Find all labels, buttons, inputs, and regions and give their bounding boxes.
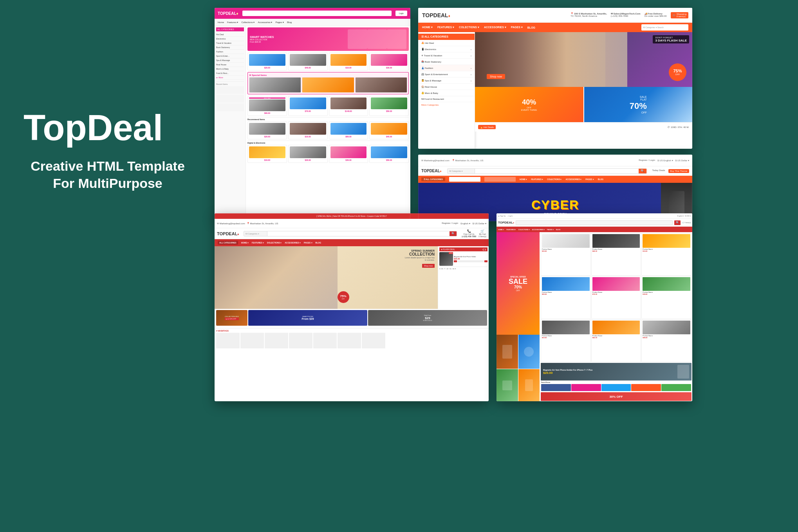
pink-product-6: $79.00 (288, 96, 328, 116)
screenshot-red-theme: [ SPECIAL DEAL ] Sale Off 75% All iPhone… (215, 213, 489, 401)
br-logo: TOPDEAL♦ (498, 221, 514, 224)
mr-header: ✉ Marketing@topdeal.com 📍 Manhattan St, … (418, 155, 692, 166)
bl-main-area: SPRING SUMMER COLLECTION Lorem bladet ip… (215, 246, 489, 396)
or-timer: ⏱ 109D: 07H: 46 M: (668, 126, 689, 128)
or-info-blocks: 📍 190 S Manhattan St, Amarillo, TX 79104… (571, 12, 688, 18)
br-logo-bar: TOPDEAL♦ 🔍 🛒 0 item(s) (496, 219, 692, 227)
or-header: TOPDEAL♦ 📍 190 S Manhattan St, Amarillo,… (418, 8, 692, 23)
brand-title: TopDeal (23, 110, 192, 146)
pink-nav: Home Features ▾ Collections ▾ Accessorie… (215, 19, 410, 26)
pink-product-2: $49.00 (288, 52, 328, 70)
br-product-6: Product Name $39.00 (641, 276, 691, 319)
pink-sidebar: ALL CATEGORIES Hot Deal Electronics Trav… (215, 26, 246, 219)
or-search: All Categories ▾ Search (641, 24, 688, 31)
br-product-9: Product Name $89.00 (641, 319, 691, 362)
br-sale-banner: SPECIAL OFFER SALE 70% OFF (496, 232, 540, 335)
pink-logo: TOPDEAL♦ (218, 11, 238, 16)
bl-coll-1: COLLECTION 2016 up to 50% OFF (216, 310, 247, 326)
bl-top-bar: [ SPECIAL DEAL ] Sale Off 75% All iPhone… (215, 213, 489, 219)
or-flash-badge: DON'T FORGET 3 DAYS FLASH SALE (653, 35, 689, 43)
bl-nav: ALL CATEGORIES HOME ▾ FEATURES ▾ DOLECTI… (215, 239, 489, 246)
bl-body: SPRING SUMMER COLLECTION Lorem bladet ip… (215, 246, 489, 396)
br-product-7: Product Name $59.00 (541, 319, 591, 362)
screenshots-container: TOPDEAL♦ Login Home Features ▾ Collectio… (215, 0, 798, 532)
mr-logo: TOPDEAL♦ (421, 169, 442, 173)
br-social-section: Social Items (540, 381, 692, 392)
pink-search-bar (242, 11, 392, 16)
bl-flash-timer: ⏱ 20 : T : 42 : 55 : 64 S (439, 268, 487, 270)
screenshot-compact-theme: ▲ Sign Up ↓ Log In English ▾ $ USD ▾ TOP… (496, 213, 692, 401)
pink-products-row4: $19.00 $29.00 $39.00 $59.00 (247, 145, 409, 163)
pink-body: ALL CATEGORIES Hot Deal Electronics Trav… (215, 26, 410, 219)
or-banner-70off: SALE FLAT 70% OFF (584, 87, 693, 122)
screenshot-cyber-theme: ✉ Marketing@topdeal.com 📍 Manhattan St, … (418, 155, 692, 221)
pink-products-row2: 45% OFF $99.00 $79.00 $149.00 $59. (247, 96, 409, 116)
pink-product-7: $149.00 (329, 96, 368, 116)
or-banner-40off: 40% OFF EVERY THING (475, 87, 583, 122)
br-strap-banner: Magnetic Air Vent Phone Holder For iPhon… (541, 363, 691, 381)
buy-theme-btn[interactable]: Buy This Theme (668, 169, 689, 173)
br-small-banners (496, 335, 540, 401)
digital-label: Digital & Electronic (247, 141, 409, 144)
or-more-categories: More Categories (418, 102, 475, 108)
or-banners-row: 40% OFF EVERY THING SALE FLAT 70% OFF (475, 87, 692, 122)
br-product-1: Product Name $29.00 (541, 233, 591, 276)
pink-product-3: $19.00 (329, 52, 368, 70)
br-body: SPECIAL OFFER SALE 70% OFF (496, 232, 692, 401)
bl-coll-row: COLLECTION 2016 up to 50% OFF SMARTPHONE… (216, 310, 487, 326)
br-social-title: Social Items (541, 381, 691, 383)
br-nav: HOME ▾ FEATURES ▾ COLECTIONS ▾ ACCESSORI… (496, 227, 692, 232)
bl-coll-women: Only From $29 WOMEN DRESS (368, 310, 487, 326)
or-body: ☰ ALL CATEGORIES 🔥 Hot Deal 📱 Electronic… (418, 32, 692, 149)
bl-hashtags: # HASHTAGS (215, 328, 489, 350)
bl-hashtag-title: # HASHTAGS (216, 330, 487, 332)
or-shop-btn: Shop now (487, 74, 505, 79)
br-product-5: Product Name $79.00 (591, 276, 641, 319)
bl-logo-bar: TOPDEAL♦ All Categories ▾ 🔍 📞 Free Call … (215, 228, 489, 239)
br-social-grid (541, 384, 691, 391)
or-sale-circle: 75% OFF (669, 63, 686, 81)
bl-hero-flash-row: SPRING SUMMER COLLECTION Lorem bladet ip… (215, 246, 489, 309)
left-panel: TopDeal Creative HTML Template For Multi… (23, 110, 192, 192)
pink-product-8: $59.00 (369, 96, 409, 116)
or-hot-badge: 🔥 Hot Deals (478, 125, 496, 129)
or-main-content: DON'T FORGET 3 DAYS FLASH SALE Shop now … (475, 32, 692, 149)
screenshot-orange-theme: TOPDEAL♦ 📍 190 S Manhattan St, Amarillo,… (418, 8, 692, 149)
pink-hero-banner: SMART WATCHES MEN COLLECTION From $29.00 (247, 27, 409, 51)
br-product-8: Product Name $45.00 (591, 319, 641, 362)
cyber-text: CYBER (531, 198, 579, 212)
or-hero: DON'T FORGET 3 DAYS FLASH SALE Shop now … (475, 32, 692, 87)
screenshot-pink-theme: TOPDEAL♦ Login Home Features ▾ Collectio… (215, 8, 410, 219)
br-product-4: Product Name $99.00 (541, 276, 591, 319)
pink-products-row3: $29.00 $19.00 $89.00 $45.00 (247, 121, 409, 139)
br-product-2: Product Name $49.00 (591, 233, 641, 276)
pink-product-4: $39.00 (369, 52, 409, 70)
or-dropdown-menu: ☰ ALL CATEGORIES 🔥 Hot Deal 📱 Electronic… (418, 32, 475, 149)
br-product-3: Product Name $19.00 (641, 233, 691, 276)
or-logo: TOPDEAL♦ (422, 12, 450, 18)
bl-hero-pct: 75% OFF (338, 291, 349, 303)
pink-main-content: SMART WATCHES MEN COLLECTION From $29.00… (246, 26, 410, 219)
brand-subtitle: Creative HTML Template For MultiPurpose (23, 157, 192, 192)
br-left-col: SPECIAL OFFER SALE 70% OFF (496, 232, 540, 401)
br-info-bar: ▲ Sign Up ↓ Log In English ▾ $ USD ▾ (496, 213, 692, 219)
mr-nav: ☰ ALL CATEGORIES HOME ▾ FEATURES ▾ COLEC… (418, 176, 692, 183)
pink-product-1: $29.00 (247, 52, 287, 70)
cyber-sub: COMING SOON (531, 212, 579, 216)
or-nav: HOME ▾ FEATURES ▾ COLECTIONS ▾ ACCESSORI… (418, 23, 692, 32)
bl-hero: SPRING SUMMER COLLECTION Lorem bladet ip… (215, 246, 438, 309)
mr-logo-bar: TOPDEAL♦ All Categories ▾ 🔍 Today Deals … (418, 166, 692, 176)
bl-collections: COLLECTION 2016 up to 50% OFF SMARTPHONE… (215, 309, 489, 328)
pink-product-5: 45% OFF $99.00 (247, 96, 287, 116)
bl-hashtag-items (216, 333, 487, 348)
pink-header: TOPDEAL♦ Login (215, 8, 410, 19)
bl-flash-header: ★ FLASH DEAL ❮ ❯ (439, 247, 487, 251)
bl-flash-item-1: -20% Magnetic Air Vent Phone Holder $20.… (439, 252, 487, 267)
recommend-label: Recommend Items (247, 117, 409, 121)
bl-logo: TOPDEAL♦ (217, 231, 239, 236)
br-right-col: Product Name $29.00 Product Name $49.00 … (540, 232, 692, 401)
bl-flash-panel: ★ FLASH DEAL ❮ ❯ -20% Magnetic Air Vent … (438, 246, 489, 309)
bl-header-info: ✉ Marketing@topdeal.com 📍 Manhattan St, … (215, 219, 489, 228)
pink-special-section: ★ Special Items (247, 72, 409, 94)
bl-hero-text: SPRING SUMMER COLLECTION Lorem bladet ip… (403, 249, 435, 268)
